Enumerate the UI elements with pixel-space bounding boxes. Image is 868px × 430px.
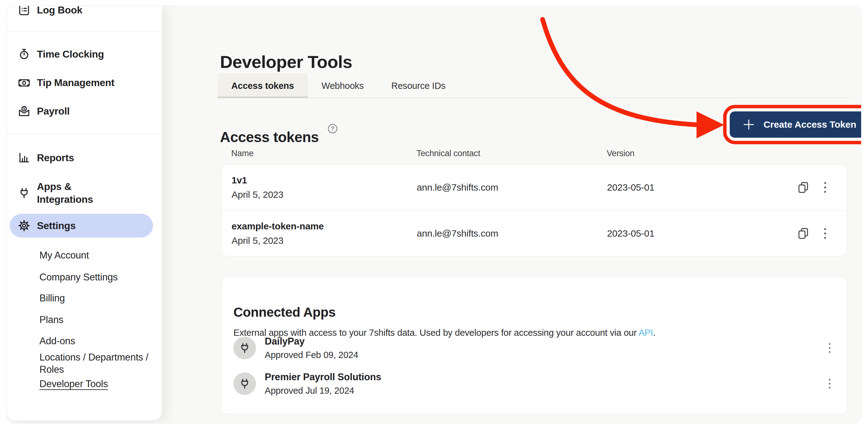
tab-resource-ids[interactable]: Resource IDs: [377, 73, 459, 98]
token-name-cell: example-token-name April 5, 2023: [231, 211, 324, 256]
sidebar-subitem-add-ons[interactable]: Add-ons: [39, 335, 75, 347]
section-heading-access-tokens: Access tokens: [220, 128, 319, 146]
app-avatar: [234, 337, 256, 359]
app-text: Premier Payroll Solutions Approved Jul 1…: [265, 372, 381, 396]
plus-icon: [742, 118, 755, 131]
app-approved-date: Approved Feb 09, 2024: [265, 349, 358, 360]
token-table-header: Name Technical contact Version: [231, 148, 848, 159]
sidebar-subitem-developer-tools[interactable]: Developer Tools: [39, 378, 108, 390]
api-link[interactable]: API: [639, 328, 653, 338]
sidebar-item-settings[interactable]: Settings: [10, 214, 153, 238]
token-name-cell: 1v1 April 5, 2023: [231, 164, 283, 210]
plug-icon: [18, 186, 31, 199]
column-header-technical-contact: Technical contact: [416, 148, 480, 159]
kebab-menu-icon[interactable]: [823, 341, 836, 355]
sidebar-subitem-locations-departments-roles[interactable]: Locations / Departments / Roles: [39, 351, 150, 375]
app-avatar: [234, 372, 256, 395]
envelope-dollar-icon: $: [18, 104, 31, 118]
sidebar-item-label: Settings: [37, 220, 76, 232]
create-access-token-label: Create Access Token: [764, 119, 856, 130]
cash-icon: [18, 76, 31, 89]
sidebar-item-label: Reports: [37, 152, 74, 164]
connected-app-row: DailyPay Approved Feb 09, 2024: [234, 337, 836, 359]
copy-icon[interactable]: [797, 181, 810, 194]
token-version: 2023-05-01: [607, 164, 654, 210]
sidebar-item-reports[interactable]: Reports: [7, 149, 162, 167]
app-panel: Log Book Time Clocking: [7, 6, 861, 423]
sidebar-item-apps-integrations[interactable]: Apps & Integrations: [7, 175, 162, 211]
copy-icon[interactable]: [797, 227, 810, 240]
tab-webhooks[interactable]: Webhooks: [308, 73, 378, 98]
table-row: example-token-name April 5, 2023 ann.le@…: [221, 210, 847, 256]
sidebar-item-log-book[interactable]: Log Book: [7, 6, 162, 19]
svg-text:?: ?: [331, 125, 334, 132]
sidebar-item-label: Apps & Integrations: [37, 180, 103, 206]
question-circle-icon[interactable]: ?: [327, 123, 338, 134]
token-name: 1v1: [231, 175, 283, 186]
stopwatch-icon: [18, 48, 31, 61]
screenshot-frame: Log Book Time Clocking: [0, 0, 868, 430]
red-highlight-ring: Create Access Token: [723, 105, 861, 144]
sidebar-subitem-my-account[interactable]: My Account: [39, 249, 89, 261]
log-book-icon: [18, 6, 31, 17]
column-header-version: Version: [607, 148, 634, 159]
kebab-menu-icon[interactable]: [818, 227, 832, 240]
token-created-date: April 5, 2023: [231, 235, 324, 246]
connected-apps-card: Connected Apps External apps with access…: [221, 277, 847, 414]
access-tokens-table: 1v1 April 5, 2023 ann.le@7shifts.com 202…: [221, 164, 847, 256]
sidebar-item-time-clocking[interactable]: Time Clocking: [7, 45, 162, 63]
plug-icon: [239, 377, 251, 390]
tab-bar: Access tokens Webhooks Resource IDs: [217, 73, 459, 98]
token-name: example-token-name: [231, 221, 324, 232]
column-header-name: Name: [231, 148, 253, 159]
create-access-token-button[interactable]: Create Access Token: [730, 112, 861, 138]
sidebar-item-label: Time Clocking: [37, 48, 104, 60]
sidebar-subitem-plans[interactable]: Plans: [39, 314, 64, 326]
sidebar-item-label: Log Book: [37, 6, 82, 16]
page-title: Developer Tools: [220, 52, 352, 72]
token-created-date: April 5, 2023: [231, 189, 283, 200]
connected-apps-heading: Connected Apps: [234, 304, 336, 321]
sidebar-divider: [7, 32, 162, 32]
token-technical-contact: ann.le@7shifts.com: [417, 164, 498, 210]
plug-icon: [239, 342, 251, 354]
app-name: Premier Payroll Solutions: [265, 372, 381, 382]
sidebar-item-label: Tip Management: [37, 77, 115, 89]
sidebar-subitem-company-settings[interactable]: Company Settings: [39, 271, 118, 283]
token-technical-contact: ann.le@7shifts.com: [417, 211, 498, 256]
sidebar-item-label: Payroll: [37, 105, 70, 117]
app-text: DailyPay Approved Feb 09, 2024: [265, 336, 358, 360]
bar-chart-icon: [18, 151, 31, 164]
app-approved-date: Approved Jul 19, 2024: [265, 385, 381, 396]
svg-text:$: $: [23, 107, 25, 111]
sidebar-item-tip-management[interactable]: Tip Management: [7, 73, 162, 92]
connected-app-row: Premier Payroll Solutions Approved Jul 1…: [234, 372, 836, 395]
kebab-menu-icon[interactable]: [823, 377, 836, 390]
tab-access-tokens[interactable]: Access tokens: [217, 73, 308, 98]
table-row: 1v1 April 5, 2023 ann.le@7shifts.com 202…: [221, 164, 847, 210]
sidebar-divider: [7, 134, 162, 134]
kebab-menu-icon[interactable]: [818, 181, 832, 194]
token-version: 2023-05-01: [607, 211, 654, 256]
sidebar-subitem-billing[interactable]: Billing: [39, 292, 65, 304]
sidebar: Log Book Time Clocking: [7, 6, 162, 420]
app-name: DailyPay: [265, 336, 358, 347]
sidebar-item-payroll[interactable]: $ Payroll: [7, 102, 162, 120]
gear-icon: [18, 219, 31, 232]
description-text: .: [653, 328, 655, 338]
